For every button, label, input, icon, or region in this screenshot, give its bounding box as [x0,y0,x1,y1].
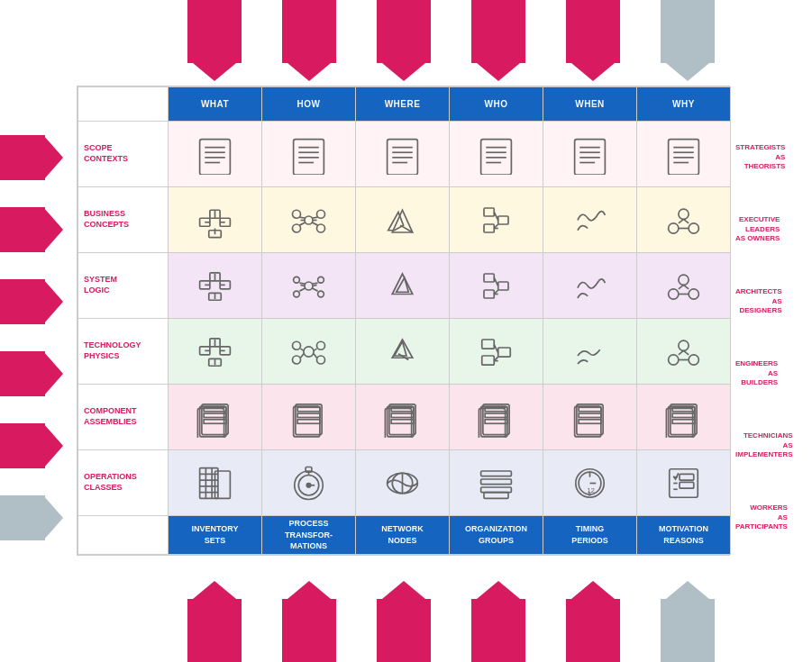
svg-rect-131 [204,413,226,418]
cell-r5-how [262,385,356,450]
top-arrow-what [187,0,242,81]
footer-where: NETWORKNODES [356,516,450,555]
cell-r4-why [637,319,731,385]
bottom-arrow-6 [661,581,715,662]
svg-line-61 [679,219,684,223]
svg-point-42 [317,224,325,232]
row-label-2: BUSINESSCONCEPTS [78,187,169,253]
cell-r3-how [262,253,356,319]
right-label-6: WORKERSASPARTICIPANTS [735,482,807,554]
cell-r4-how [262,319,356,385]
svg-point-175 [306,483,311,487]
footer-corner [78,516,169,555]
cell-r4-where [356,319,450,385]
left-arrows [0,122,63,554]
svg-rect-148 [485,413,507,418]
footer-how: PROCESSTRANSFOR-MATIONS [262,516,356,555]
svg-rect-159 [672,413,695,418]
svg-point-59 [669,222,679,232]
table-row: OPERATIONSCLASSES [78,450,731,516]
svg-point-107 [317,341,325,349]
cell-r2-how [262,187,356,253]
svg-line-82 [312,287,318,290]
svg-line-110 [301,349,304,350]
svg-rect-137 [297,413,320,418]
table-row: SCOPECONTEXTS [78,122,731,187]
bottom-arrow-2 [282,581,336,662]
col-header-why: WHY [637,87,731,122]
svg-rect-52 [484,208,494,216]
row-label-1: SCOPECONTEXTS [78,122,169,187]
svg-line-79 [299,283,306,284]
cell-r6-where [356,450,450,516]
col-header-who: WHO [450,87,543,122]
svg-point-123 [679,340,689,350]
svg-point-72 [305,282,313,290]
right-labels: STRATEGISTSASTHEORISTS EXECUTIVELEADERSA… [735,122,807,554]
right-label-4: ENGINEERSASBUILDERS [735,338,807,410]
top-arrow-why [661,0,715,81]
svg-rect-183 [484,492,508,498]
zachman-table: WHAT HOW WHERE WHO WHEN WHY SCOPECONTEXT… [78,86,731,555]
svg-rect-149 [485,419,507,423]
svg-point-93 [689,288,698,298]
svg-point-73 [294,277,300,283]
row-label-5: COMPONENTASSEMBLIES [78,385,169,450]
table-row: BUSINESSCONCEPTS [78,187,731,253]
cell-r1-where [356,122,450,187]
col-header-what: WHAT [169,87,262,122]
svg-point-38 [305,216,313,224]
svg-rect-118 [498,348,511,357]
svg-rect-181 [481,479,512,485]
cell-r5-what [169,385,262,450]
right-label-2: EXECUTIVELEADERSAS OWNERS [735,194,807,266]
row-label-6: OPERATIONSCLASSES [78,450,169,516]
cell-r3-what [169,253,262,319]
cell-r5-who [450,385,543,450]
cell-r1-how [262,122,356,187]
main-grid: WHAT HOW WHERE WHO WHEN WHY SCOPECONTEXT… [77,86,730,556]
svg-rect-132 [204,419,226,423]
svg-rect-85 [484,274,494,282]
corner-header [78,87,169,122]
left-arrow-1 [0,135,63,180]
row-label-3: SYSTEMLOGIC [78,253,169,319]
svg-point-105 [304,346,314,356]
svg-point-58 [679,209,689,219]
right-label-3: ARCHITECTSASDESIGNERS [735,266,807,338]
svg-point-60 [689,222,698,232]
svg-line-48 [312,222,318,224]
cell-r4-who [450,319,543,385]
svg-point-40 [317,210,325,218]
svg-marker-83 [392,274,413,295]
svg-line-116 [398,353,408,359]
cell-r1-when [543,122,637,187]
top-arrow-when [566,0,620,81]
svg-rect-54 [484,224,494,232]
bottom-arrow-3 [377,581,431,662]
cell-r2-who [450,187,543,253]
cell-r3-who [450,253,543,319]
cell-r5-where [356,385,450,450]
svg-marker-84 [397,277,409,292]
footer-row: INVENTORYSETS PROCESSTRANSFOR-MATIONS NE… [78,516,731,555]
footer-who: ORGANIZATIONGROUPS [450,516,543,555]
cell-r1-who [450,122,543,187]
right-label-5: TECHNICIANSASIMPLEMENTERS [735,410,807,482]
svg-line-81 [299,287,306,290]
svg-line-113 [314,353,316,358]
cell-r4-when [543,319,637,385]
table-row: COMPONENTASSEMBLIES [78,385,731,450]
cell-r6-why [637,450,731,516]
svg-line-62 [684,219,689,223]
table-row: SYSTEMLOGIC [78,253,731,319]
svg-rect-138 [297,419,320,423]
svg-marker-50 [388,212,404,230]
cell-r6-how [262,450,356,516]
bottom-arrow-1 [187,581,242,662]
cell-r6-when: 12 6 [543,450,637,516]
svg-line-55 [494,212,498,220]
cell-r5-when [543,385,637,450]
top-arrows [167,0,734,81]
svg-rect-136 [297,407,320,412]
